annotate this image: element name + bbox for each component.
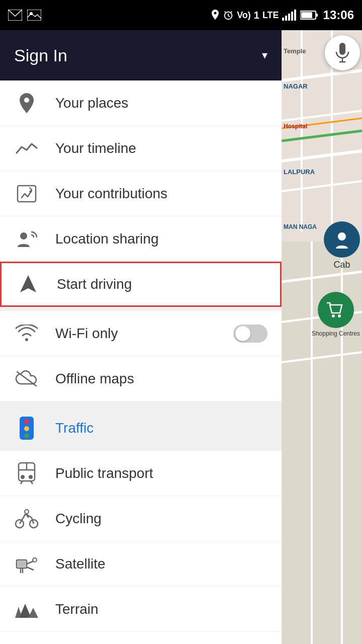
map-label-hospital: Hospital <box>282 121 362 132</box>
status-bar-right: Vo) 1 LTE 13:06 <box>211 8 354 22</box>
public-transport-label: Public transport <box>55 465 267 481</box>
svg-rect-6 <box>285 16 287 21</box>
menu-item-cycling[interactable]: Cycling <box>0 496 282 541</box>
svg-point-32 <box>332 314 335 317</box>
menu-item-start-driving[interactable]: Start driving <box>0 262 282 307</box>
dropdown-arrow-icon[interactable]: ▾ <box>262 49 267 62</box>
traffic-icon <box>14 416 39 441</box>
menu-item-traffic[interactable]: Traffic <box>0 406 282 451</box>
cycling-label: Cycling <box>55 511 267 527</box>
map-label-nagar: NAGAR <box>282 80 362 92</box>
location-status-icon <box>211 10 220 21</box>
mic-button[interactable] <box>325 35 360 70</box>
status-bar: Vo) 1 LTE 13:06 <box>0 0 362 30</box>
lte-indicator: LTE <box>262 10 279 21</box>
cab-circle <box>324 221 360 258</box>
menu-item-wifi-only[interactable]: Wi-Fi only <box>0 311 282 356</box>
cab-label: Cab <box>333 260 350 270</box>
your-timeline-label: Your timeline <box>55 140 267 156</box>
menu-item-your-places[interactable]: Your places <box>0 80 282 126</box>
svg-rect-5 <box>282 18 284 21</box>
svg-line-56 <box>27 561 34 564</box>
terrain-icon <box>14 597 39 622</box>
menu-item-satellite[interactable]: Satellite <box>0 541 282 587</box>
svg-point-48 <box>29 475 33 479</box>
svg-rect-28 <box>339 43 345 55</box>
satellite-label: Satellite <box>55 556 267 572</box>
your-contributions-label: Your contributions <box>55 186 267 202</box>
menu-item-offline-maps[interactable]: Offline maps <box>0 356 282 401</box>
signal-icon <box>282 10 297 21</box>
shopping-icon <box>326 300 346 320</box>
sim-indicator: 1 <box>254 10 259 21</box>
svg-rect-35 <box>18 186 36 202</box>
svg-point-53 <box>25 510 29 514</box>
menu-item-google-earth[interactable]: Google Earth <box>0 632 282 644</box>
cab-icon <box>332 229 352 250</box>
svg-line-58 <box>27 567 34 570</box>
location-sharing-label: Location sharing <box>55 231 267 247</box>
transit-icon <box>14 461 39 486</box>
svg-rect-11 <box>316 14 318 17</box>
menu-item-public-transport[interactable]: Public transport <box>0 451 282 496</box>
svg-point-33 <box>338 314 341 317</box>
location-sharing-icon <box>14 226 39 252</box>
menu-item-location-sharing[interactable]: Location sharing <box>0 216 282 262</box>
cloud-off-icon <box>14 366 39 391</box>
contributions-icon <box>14 181 39 206</box>
timeline-icon <box>14 136 39 161</box>
menu-item-terrain[interactable]: Terrain <box>0 587 282 632</box>
gmail-icon <box>8 10 22 21</box>
wifi-toggle[interactable] <box>233 325 267 343</box>
cab-button[interactable]: Cab <box>324 221 360 270</box>
mic-icon <box>334 43 350 63</box>
svg-point-34 <box>24 98 29 103</box>
svg-rect-12 <box>301 12 312 18</box>
shopping-circle <box>318 292 354 328</box>
status-bar-left <box>8 10 41 21</box>
svg-rect-7 <box>288 14 290 21</box>
wifi-toggle-switch[interactable] <box>233 325 267 343</box>
navigation-icon <box>16 272 41 297</box>
shopping-label: Shopping Centres <box>312 330 360 337</box>
svg-marker-63 <box>28 608 38 618</box>
svg-point-57 <box>33 558 37 562</box>
toggle-thumb <box>235 326 250 341</box>
svg-rect-55 <box>18 561 26 567</box>
map-background: Temple NAGAR Hospital LALPURA MAN NAGA C… <box>282 30 362 644</box>
status-time: 13:06 <box>323 8 354 22</box>
cycling-icon <box>14 506 39 531</box>
svg-point-41 <box>24 419 29 424</box>
svg-point-42 <box>24 426 29 431</box>
svg-rect-9 <box>294 10 296 21</box>
menu-item-your-contributions[interactable]: Your contributions <box>0 171 282 216</box>
location-pin-icon <box>14 91 39 116</box>
wifi-icon <box>14 321 39 346</box>
svg-point-36 <box>20 232 27 239</box>
your-places-label: Your places <box>55 95 267 111</box>
menu-divider-1 <box>0 307 282 311</box>
start-driving-label: Start driving <box>57 276 266 292</box>
drawer-title: Sign In <box>14 46 252 65</box>
image-icon <box>27 10 41 21</box>
battery-icon <box>300 10 318 20</box>
svg-point-43 <box>24 433 29 438</box>
menu-item-your-timeline[interactable]: Your timeline <box>0 126 282 171</box>
alarm-icon <box>223 10 234 21</box>
menu-divider-2 <box>0 401 282 406</box>
svg-marker-37 <box>20 275 36 292</box>
google-earth-icon <box>14 642 39 645</box>
shopping-button[interactable]: Shopping Centres <box>312 292 360 337</box>
svg-point-47 <box>21 475 25 479</box>
svg-rect-8 <box>291 12 293 21</box>
svg-point-3 <box>214 12 217 15</box>
satellite-icon <box>14 551 39 577</box>
navigation-drawer: Sign In ▾ Your places Your timeline <box>0 30 282 644</box>
drawer-header[interactable]: Sign In ▾ <box>0 30 282 80</box>
traffic-label: Traffic <box>55 420 267 436</box>
offline-maps-label: Offline maps <box>55 371 267 387</box>
menu-list: Your places Your timeline Your contribut… <box>0 80 282 644</box>
svg-point-38 <box>25 338 28 341</box>
map-label-lalpura: LALPURA <box>282 166 362 178</box>
terrain-label: Terrain <box>55 601 267 617</box>
